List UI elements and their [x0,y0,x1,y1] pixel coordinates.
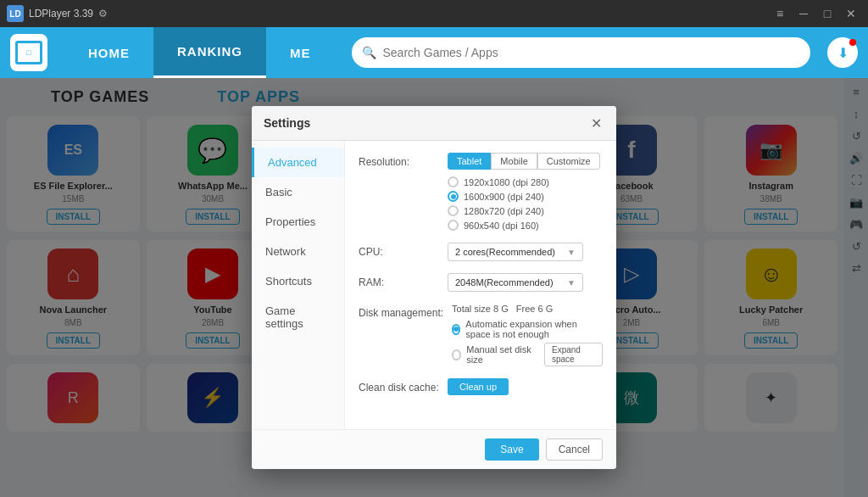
disk-auto[interactable]: Automatic expansion when space is not en… [452,319,603,339]
cpu-row: CPU: 2 cores(Recommended) ▼ [359,243,603,261]
download-icon: ⬇ [837,45,849,61]
radio-circle-1600[interactable] [448,191,459,202]
download-btn[interactable]: ⬇ [827,37,858,68]
sidebar-item-network[interactable]: Network [252,237,344,266]
radio-circle-1280[interactable] [448,205,459,216]
dropdown-arrow-cpu: ▼ [567,248,576,257]
disk-row: Disk management: Total size 8 G Free 6 G [359,304,603,366]
ram-value: 2048M(Recommended) [455,277,554,288]
cpu-dropdown[interactable]: 2 cores(Recommended) ▼ [448,243,583,261]
settings-icon[interactable]: ⚙ [98,8,108,20]
main-content: TOP GAMES TOP APPS ES ES File Explorer..… [0,78,868,497]
close-btn[interactable]: ✕ [841,5,861,22]
cancel-button[interactable]: Cancel [546,438,603,461]
sidebar-item-basic[interactable]: Basic [252,177,344,207]
titlebar: LD LDPlayer 3.39 ⚙ ≡ ─ □ ✕ [0,0,868,27]
resolution-options: 1920x1080 (dpi 280) 1600x900 (dpi 240) [448,176,603,231]
app-logo: LD [7,5,24,22]
dropdown-arrow-ram: ▼ [567,278,576,288]
modal-close-btn[interactable]: ✕ [587,114,604,131]
resolution-value: Tablet Mobile Customize 1920x1080 (dpi 2… [448,153,603,231]
menu-btn[interactable]: ≡ [770,5,790,22]
search-input[interactable] [383,46,801,59]
app-title: LDPlayer 3.39 [29,8,93,20]
settings-modal: Settings ✕ Advanced Basic Properties Net… [252,106,616,469]
ram-dropdown[interactable]: 2048M(Recommended) ▼ [448,273,583,292]
modal-title: Settings [264,116,310,130]
disk-manual[interactable]: Manual set disk size Expand space [452,343,603,366]
titlebar-controls: ≡ ─ □ ✕ [770,5,861,22]
nav-logo-icon: □ [15,41,42,64]
sidebar-item-properties[interactable]: Properties [252,207,344,237]
clean-label: Clean disk cache: [359,378,439,394]
disk-auto-label: Automatic expansion when space is not en… [465,319,603,339]
modal-header: Settings ✕ [252,106,616,141]
sidebar-item-advanced[interactable]: Advanced [252,148,344,177]
expand-space-btn[interactable]: Expand space [544,343,603,366]
modal-settings-content: Resolution: Tablet Mobile Customize 1920 [345,141,616,429]
radio-dot-disk-auto [453,327,459,332]
download-badge [849,39,856,46]
tab-customize[interactable]: Customize [537,153,600,170]
tab-me[interactable]: ME [266,27,335,78]
radio-circle-960[interactable] [448,220,459,231]
titlebar-left: LD LDPlayer 3.39 ⚙ [7,5,108,22]
resolution-tabs: Tablet Mobile Customize [448,153,603,170]
save-button[interactable]: Save [485,438,538,461]
ram-row: RAM: 2048M(Recommended) ▼ [359,273,603,292]
nav-logo: □ [10,34,47,71]
radio-circle-1920[interactable] [448,176,459,187]
resolution-960[interactable]: 960x540 (dpi 160) [448,220,603,231]
sidebar-item-game-settings[interactable]: Game settings [252,296,344,338]
resolution-label: Resolution: [359,153,439,168]
resolution-1280[interactable]: 1280x720 (dpi 240) [448,205,603,216]
radio-circle-disk-auto[interactable] [452,324,460,335]
navbar: □ HOME RANKING ME 🔍 ⬇ [0,27,868,78]
radio-circle-disk-manual[interactable] [452,349,461,360]
modal-footer: Save Cancel [252,429,616,469]
tab-tablet[interactable]: Tablet [448,153,491,170]
resolution-1600[interactable]: 1600x900 (dpi 240) [448,191,603,202]
disk-total: Total size 8 G [452,304,509,314]
tab-home[interactable]: HOME [64,27,153,78]
disk-value: Total size 8 G Free 6 G Automatic expans… [452,304,603,366]
modal-overlay: Settings ✕ Advanced Basic Properties Net… [0,78,868,497]
modal-sidebar: Advanced Basic Properties Network Shortc… [252,141,345,429]
radio-dot-selected [451,194,456,199]
modal-body: Advanced Basic Properties Network Shortc… [252,141,616,429]
cpu-value: 2 cores(Recommended) [455,247,555,257]
clean-row: Clean disk cache: Clean up [359,378,603,395]
tab-mobile[interactable]: Mobile [491,153,537,170]
resolution-1920[interactable]: 1920x1080 (dpi 280) [448,176,603,187]
sidebar-item-shortcuts[interactable]: Shortcuts [252,266,344,296]
disk-free: Free 6 G [516,304,553,314]
maximize-btn[interactable]: □ [817,5,837,22]
resolution-row: Resolution: Tablet Mobile Customize 1920 [359,153,603,231]
disk-label: Disk management: [359,304,443,319]
cpu-label: CPU: [359,243,439,258]
minimize-btn[interactable]: ─ [793,5,814,22]
search-bar: 🔍 [352,37,811,68]
ram-label: RAM: [359,273,439,288]
search-icon: 🔍 [362,46,376,59]
disk-info: Total size 8 G Free 6 G [452,304,603,314]
disk-manual-label: Manual set disk size [466,344,534,365]
tab-ranking[interactable]: RANKING [153,27,266,78]
clean-up-btn[interactable]: Clean up [448,378,509,395]
